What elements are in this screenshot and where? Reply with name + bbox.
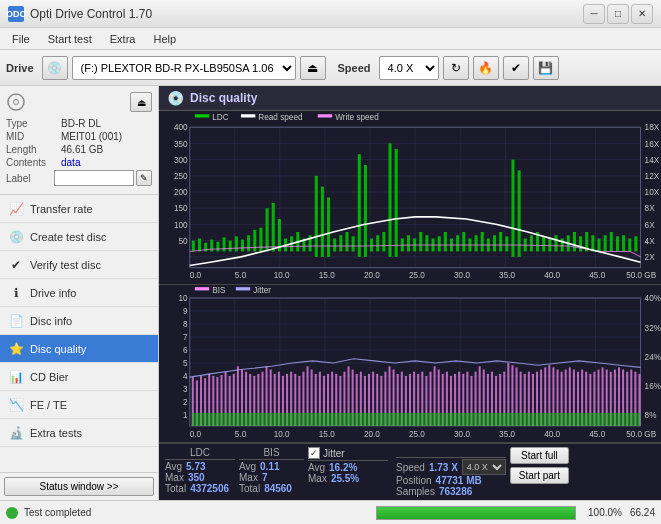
sidebar-item-cd-bier[interactable]: 📊 CD Bier [0, 363, 158, 391]
save-button[interactable]: 💾 [533, 56, 559, 80]
minimize-button[interactable]: ─ [583, 4, 605, 24]
svg-rect-74 [505, 236, 508, 251]
menu-help[interactable]: Help [145, 31, 184, 47]
svg-text:2: 2 [183, 397, 188, 407]
toolbar: Drive 💿 (F:) PLEXTOR BD-R PX-LB950SA 1.0… [0, 50, 661, 86]
type-label: Type [6, 118, 61, 129]
content-area: 💿 Disc quality [159, 86, 661, 500]
sidebar-item-disc-quality[interactable]: ⭐ Disc quality [0, 335, 158, 363]
close-button[interactable]: ✕ [631, 4, 653, 24]
svg-text:350: 350 [174, 138, 188, 148]
ldc-header: LDC [165, 447, 235, 460]
drive-select[interactable]: (F:) PLEXTOR BD-R PX-LB950SA 1.06 [72, 56, 296, 80]
jitter-max: 25.5% [331, 473, 359, 484]
eject-button[interactable]: ⏏ [300, 56, 326, 80]
svg-text:35.0: 35.0 [499, 270, 515, 280]
svg-rect-93 [622, 235, 625, 251]
svg-text:250: 250 [174, 171, 188, 181]
disc-info-icon: 📄 [8, 313, 24, 329]
svg-text:150: 150 [174, 203, 188, 213]
disc-eject-button[interactable]: ⏏ [130, 92, 152, 112]
maximize-button[interactable]: □ [607, 4, 629, 24]
svg-rect-49 [352, 236, 355, 251]
svg-rect-24 [198, 238, 201, 251]
total-label: Total [165, 483, 186, 494]
svg-text:10X: 10X [645, 187, 660, 197]
svg-text:8%: 8% [645, 410, 657, 420]
svg-text:9: 9 [183, 306, 188, 316]
svg-rect-61 [425, 235, 428, 251]
svg-text:20.0: 20.0 [364, 270, 380, 280]
svg-rect-92 [616, 236, 619, 251]
progress-text: 100.0% [582, 507, 622, 518]
sidebar-item-label-transfer-rate: Transfer rate [30, 203, 93, 215]
svg-text:BIS: BIS [212, 285, 226, 295]
position-value: 47731 MB [436, 475, 482, 486]
svg-point-0 [8, 94, 24, 110]
sidebar-item-verify-test-disc[interactable]: ✔ Verify test disc [0, 251, 158, 279]
main-layout: ⏏ Type BD-R DL MID MEIT01 (001) Length 4… [0, 86, 661, 500]
svg-rect-90 [604, 235, 607, 251]
svg-text:10: 10 [179, 293, 188, 303]
svg-text:5.0: 5.0 [235, 428, 247, 438]
menu-extra[interactable]: Extra [102, 31, 144, 47]
sidebar-item-disc-info[interactable]: 📄 Disc info [0, 307, 158, 335]
ldc-chart: 400 350 300 250 200 150 100 50 18X 16X 1… [159, 111, 661, 285]
stats-area: LDC Avg 5.73 Max 350 Total 4372506 [159, 443, 661, 500]
mid-value: MEIT01 (001) [61, 131, 152, 142]
sidebar-item-label-create-test-disc: Create test disc [30, 231, 106, 243]
max-label: Max [165, 472, 184, 483]
svg-rect-76 [518, 170, 521, 256]
sidebar-item-create-test-disc[interactable]: 💿 Create test disc [0, 223, 158, 251]
svg-text:1: 1 [183, 410, 188, 420]
sidebar-item-transfer-rate[interactable]: 📈 Transfer rate [0, 195, 158, 223]
jitter-checkbox[interactable]: ✓ [308, 447, 320, 459]
svg-text:Write speed: Write speed [335, 111, 379, 121]
sidebar-nav: 📈 Transfer rate 💿 Create test disc ✔ Ver… [0, 195, 158, 472]
disc-quality-title: Disc quality [190, 91, 257, 105]
svg-rect-45 [327, 197, 330, 256]
sidebar: ⏏ Type BD-R DL MID MEIT01 (001) Length 4… [0, 86, 159, 500]
progress-bar-fill [377, 507, 575, 519]
svg-text:100: 100 [174, 219, 188, 229]
drive-label: Drive [6, 62, 34, 74]
menu-start-test[interactable]: Start test [40, 31, 100, 47]
svg-rect-126 [241, 114, 255, 117]
status-window-button[interactable]: Status window >> [4, 477, 154, 496]
bis-chart-svg: 10 9 8 7 6 5 4 3 2 1 40% 32% 24% 16% 8% [159, 285, 661, 442]
type-value: BD-R DL [61, 118, 152, 129]
svg-rect-86 [579, 236, 582, 251]
bis-max: 7 [262, 472, 268, 483]
bis-header: BIS [239, 447, 304, 460]
sidebar-item-label-verify-test-disc: Verify test disc [30, 259, 101, 271]
refresh-button[interactable]: ↻ [443, 56, 469, 80]
label-edit-button[interactable]: ✎ [136, 170, 152, 186]
svg-text:4X: 4X [645, 236, 655, 246]
bis-jitter-chart: 10 9 8 7 6 5 4 3 2 1 40% 32% 24% 16% 8% [159, 285, 661, 443]
speed-select-stats[interactable]: 4.0 X [462, 459, 506, 475]
svg-rect-291 [236, 287, 250, 290]
status-bar: Test completed 100.0% 66.24 [0, 500, 661, 524]
ldc-avg: 5.73 [186, 461, 205, 472]
sidebar-item-fe-te[interactable]: 📉 FE / TE [0, 391, 158, 419]
burn-button[interactable]: 🔥 [473, 56, 499, 80]
drive-icon-button[interactable]: 💿 [42, 56, 68, 80]
app-title: Opti Drive Control 1.70 [30, 7, 152, 21]
svg-rect-83 [561, 238, 564, 251]
length-label: Length [6, 144, 61, 155]
sidebar-item-drive-info[interactable]: ℹ Drive info [0, 279, 158, 307]
start-part-button[interactable]: Start part [510, 467, 569, 484]
svg-text:6: 6 [183, 345, 188, 355]
svg-text:5.0: 5.0 [235, 270, 247, 280]
menu-file[interactable]: File [4, 31, 38, 47]
svg-text:12X: 12X [645, 171, 660, 181]
status-light [6, 507, 18, 519]
sidebar-item-extra-tests[interactable]: 🔬 Extra tests [0, 419, 158, 447]
speed-select-toolbar[interactable]: 4.0 X [379, 56, 439, 80]
verify-button[interactable]: ✔ [503, 56, 529, 80]
label-input[interactable] [54, 170, 134, 186]
svg-text:10.0: 10.0 [274, 428, 290, 438]
ldc-total: 4372506 [190, 483, 229, 494]
start-full-button[interactable]: Start full [510, 447, 569, 464]
sidebar-item-label-disc-info: Disc info [30, 315, 72, 327]
